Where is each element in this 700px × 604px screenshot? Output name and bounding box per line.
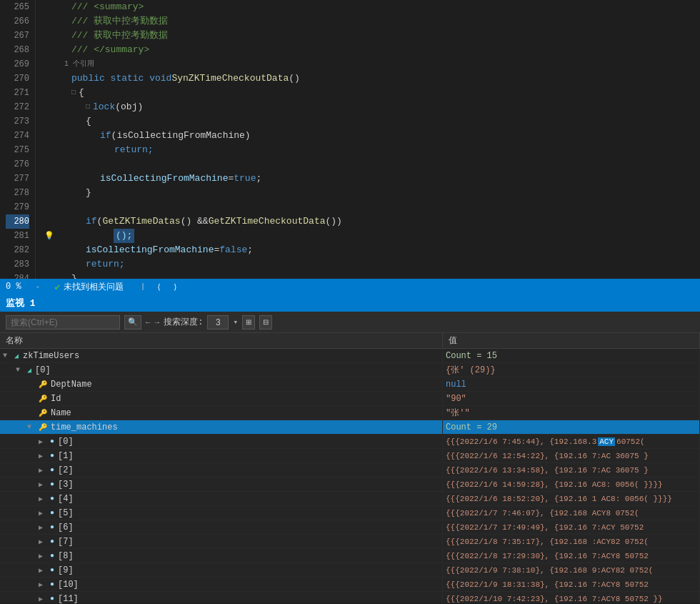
line-num-276: 276 <box>6 157 29 172</box>
watch-name-id: ▶ 🔑 Id <box>0 392 443 405</box>
watch-row-tm-8[interactable]: ▶ ● [8] {{{2022/1/8 17:29:30}, {192.16 7… <box>0 549 700 563</box>
watch-value-tm-6: {{{2022/1/7 17:49:49}, {192.16 7:ACY 507… <box>443 520 700 534</box>
code-line-283: return; <box>43 257 700 272</box>
key-icon-id: 🔑 <box>39 395 47 403</box>
watch-row-name[interactable]: ▶ 🔑 Name "张'" <box>0 406 700 420</box>
label-tm-5: [5] <box>58 508 74 518</box>
label-name: Name <box>51 408 71 418</box>
label-tm-4: [4] <box>58 494 74 504</box>
filter-button[interactable]: ⊟ <box>259 315 272 330</box>
watch-row-time-machines[interactable]: ▼ 🔑 time_machines Count = 29 <box>0 420 700 435</box>
search-button[interactable]: 🔍 <box>124 315 141 330</box>
watch-table-header: 名称 值 <box>0 333 700 349</box>
watch-name-tm-7: ▶ ● [7] <box>0 535 443 548</box>
code-line-271: □ { <box>43 86 700 100</box>
line-num-283: 283 <box>6 257 29 272</box>
watch-title-bar: 监视 1 <box>0 294 700 312</box>
line-num-273: 273 <box>6 114 29 129</box>
watch-name-tm-3: ▶ ● [3] <box>0 477 443 491</box>
code-line-266: /// 获取中控考勤数据 <box>43 14 700 29</box>
expand-arrow-deptname[interactable]: ▶ <box>27 380 34 389</box>
watch-row-id[interactable]: ▶ 🔑 Id "90" <box>0 392 700 406</box>
watch-row-tm-3[interactable]: ▶ ● [3] {{{2022/1/6 14:59:28}, {192.16 A… <box>0 477 700 492</box>
line-num-281: 281 <box>6 229 29 243</box>
label-id: Id <box>51 394 61 404</box>
watch-name-name: ▶ 🔑 Name <box>0 406 443 420</box>
col-header-value: 值 <box>443 333 700 348</box>
watch-value-deptname: null <box>443 377 700 391</box>
expand-arrow[interactable]: ▼ <box>3 352 10 360</box>
watch-value-tm-1: {{{2022/1/6 12:54:22}, {192.16 7:AC 3607… <box>443 449 700 462</box>
line-num-267: 267 <box>6 29 29 43</box>
watch-row-tm-10[interactable]: ▶ ● [10] {{{2022/1/9 18:31:38}, {192.16 … <box>0 578 700 592</box>
code-line-277: isCollectingFromMachine = true ; <box>43 172 700 186</box>
watch-name-tm-11: ▶ ● [11] <box>0 592 443 603</box>
watch-name-tm-1: ▶ ● [1] <box>0 449 443 462</box>
watch-value-zktimeusers: Count = 15 <box>443 349 700 362</box>
watch-row-tm-0[interactable]: ▶ ● [0] {{{2022/1/6 7:45:44}, {192.168.3… <box>0 435 700 449</box>
watch-row-tm-9[interactable]: ▶ ● [9] {{{2022/1/9 7:38:10}, {192.168 9… <box>0 563 700 578</box>
watch-name-tm-10: ▶ ● [10] <box>0 578 443 591</box>
collapse-272[interactable]: □ <box>86 100 90 114</box>
line-num-274: 274 <box>6 129 29 143</box>
array-icon: ◢ <box>14 352 19 360</box>
watch-panel: 监视 1 🔍 ← → 搜索深度: ▾ ⊞ ⊟ 名称 值 ▼ ◢ zkTimeUs… <box>0 294 700 603</box>
key-icon-name: 🔑 <box>39 409 47 417</box>
code-line-281: 💡 (); <box>43 229 700 243</box>
watch-value-id: "90" <box>443 392 700 405</box>
line-num-266: 266 <box>6 14 29 29</box>
watch-row-tm-6[interactable]: ▶ ● [6] {{{2022/1/7 17:49:49}, {192.16 7… <box>0 520 700 535</box>
label-tm-9: [9] <box>58 565 74 575</box>
code-line-269: 1 个引用 <box>43 57 700 71</box>
check-icon: ✔ <box>54 281 60 293</box>
code-line-268: /// </summary> <box>43 43 700 57</box>
watch-name-0: ▼ ◢ [0] <box>0 363 443 377</box>
watch-row-tm-1[interactable]: ▶ ● [1] {{{2022/1/6 12:54:22}, {192.16 7… <box>0 449 700 463</box>
code-line-284: } <box>43 272 700 279</box>
watch-name-zktimeusers: ▼ ◢ zkTimeUsers <box>0 349 443 362</box>
watch-name-time-machines: ▼ 🔑 time_machines <box>0 420 443 434</box>
watch-value-tm-9: {{{2022/1/9 7:38:10}, {192.168 9:ACY82 0… <box>443 563 700 577</box>
watch-value-tm-5: {{{2022/1/7 7:46:07}, {192.168 ACY8 0752… <box>443 506 700 520</box>
collapse-270[interactable]: □ <box>71 86 76 100</box>
line-numbers: 265 266 267 268 269 270 271 272 273 274 … <box>0 0 36 279</box>
label-tm-3: [3] <box>58 480 74 490</box>
search-depth-label: 搜索深度: <box>164 316 203 328</box>
watch-row-deptname[interactable]: ▶ 🔑 DeptName null <box>0 377 700 392</box>
watch-name-tm-8: ▶ ● [8] <box>0 549 443 563</box>
watch-panel-title: 监视 1 <box>6 297 36 310</box>
watch-search-input[interactable] <box>6 315 120 330</box>
watch-row-tm-4[interactable]: ▶ ● [4] {{{2022/1/6 18:52:20}, {192.16 1… <box>0 492 700 506</box>
watch-row-tm-11[interactable]: ▶ ● [11] {{{2022/1/10 7:42:23}, {192.16 … <box>0 592 700 603</box>
code-content[interactable]: /// <summary> /// 获取中控考勤数据 /// 获取中控考勤数据 … <box>36 0 700 279</box>
watch-row-tm-2[interactable]: ▶ ● [2] {{{2022/1/6 13:34:58}, {192.16 7… <box>0 463 700 477</box>
watch-value-tm-10: {{{2022/1/9 18:31:38}, {192.16 7:ACY8 50… <box>443 578 700 591</box>
watch-value-tm-4: {{{2022/1/6 18:52:20}, {192.16 1 AC8: 00… <box>443 492 700 505</box>
expand-arrow-tm0[interactable]: ▶ <box>39 437 46 446</box>
expand-arrow-tm[interactable]: ▼ <box>27 423 34 431</box>
line-num-284: 284 <box>6 272 29 279</box>
code-line-274: if (isCollectingFromMachine) <box>43 129 700 143</box>
line-num-275: 275 <box>6 143 29 157</box>
code-lines: 265 266 267 268 269 270 271 272 273 274 … <box>0 0 700 279</box>
code-line-282: isCollectingFromMachine = false ; <box>43 243 700 257</box>
lightbulb-icon: 💡 <box>44 229 54 243</box>
line-num-272: 272 <box>6 100 29 114</box>
line-num-271: 271 <box>6 86 29 100</box>
code-line-280: if ( GetZKTimeDatas () && GetZKTimeCheck… <box>43 214 700 229</box>
issues-indicator: ✔ 未找到相关问题 <box>54 281 123 293</box>
watch-name-tm-0: ▶ ● [0] <box>0 435 443 448</box>
watch-row-tm-5[interactable]: ▶ ● [5] {{{2022/1/7 7:46:07}, {192.168 A… <box>0 506 700 520</box>
expand-arrow-0[interactable]: ▼ <box>16 366 23 374</box>
search-depth-input[interactable] <box>207 315 229 330</box>
watch-row-0[interactable]: ▼ ◢ [0] {张' (29)} <box>0 363 700 377</box>
watch-toolbar: 🔍 ← → 搜索深度: ▾ ⊞ ⊟ <box>0 312 700 333</box>
watch-name-tm-9: ▶ ● [9] <box>0 563 443 577</box>
expand-all-button[interactable]: ⊞ <box>242 315 255 330</box>
watch-value-0: {张' (29)} <box>443 363 700 377</box>
line-num-280: 280 <box>6 214 29 229</box>
label-tm-11: [11] <box>58 594 79 604</box>
line-num-265: 265 <box>6 0 29 14</box>
watch-row-tm-7[interactable]: ▶ ● [7] {{{2022/1/8 7:35:17}, {192.168 :… <box>0 535 700 549</box>
watch-row-zktimeusers[interactable]: ▼ ◢ zkTimeUsers Count = 15 <box>0 349 700 363</box>
